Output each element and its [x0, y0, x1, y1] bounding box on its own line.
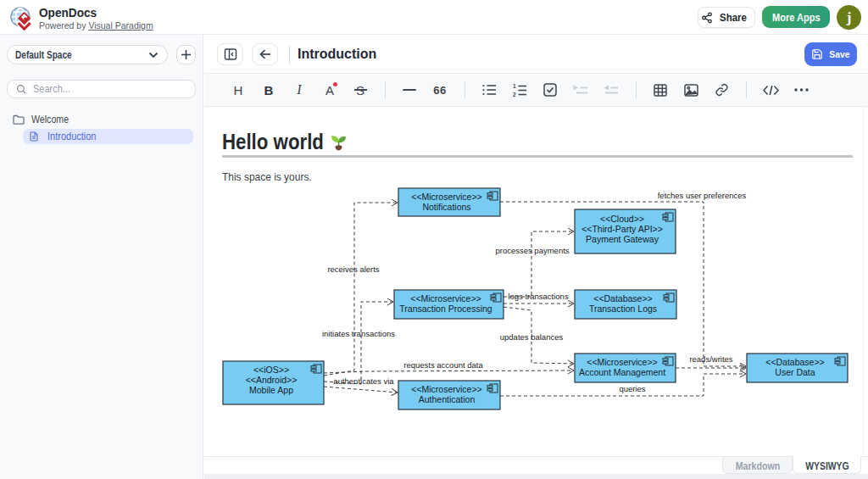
svg-text:initiates transactions: initiates transactions: [322, 329, 395, 338]
svg-text:requests account data: requests account data: [403, 360, 483, 370]
svg-text:<<Cloud>>: <<Cloud>>: [600, 214, 644, 224]
svg-text:updates balances: updates balances: [500, 332, 564, 342]
svg-text:<<Third-Party API>>: <<Third-Party API>>: [581, 224, 663, 234]
svg-text:Transaction Processing: Transaction Processing: [399, 304, 492, 314]
svg-text:Account Management: Account Management: [579, 367, 665, 377]
svg-text:<<Microservice>>: <<Microservice>>: [587, 357, 657, 367]
svg-text:queries: queries: [619, 384, 645, 393]
svg-text:authenticates via: authenticates via: [333, 376, 394, 386]
svg-text:User Data: User Data: [775, 367, 815, 377]
svg-text:<<Microservice>>: <<Microservice>>: [411, 192, 481, 202]
svg-text:receives alerts: receives alerts: [327, 265, 379, 274]
svg-text:<<Database>>: <<Database>>: [593, 293, 652, 304]
svg-text:2: 2: [513, 91, 516, 97]
svg-text:Mobile App: Mobile App: [249, 385, 293, 395]
svg-text:1: 1: [513, 84, 516, 89]
svg-text:<<Android>>: <<Android>>: [246, 375, 298, 385]
svg-text:<<Database>>: <<Database>>: [765, 357, 824, 367]
svg-text:Notifications: Notifications: [422, 202, 470, 212]
svg-text:Authentication: Authentication: [419, 394, 476, 404]
svg-text:processes payments: processes payments: [495, 246, 569, 255]
svg-text:<<Microservice>>: <<Microservice>>: [411, 384, 481, 394]
svg-text:<<iOS>>: <<iOS>>: [253, 365, 289, 375]
svg-text:fetches user preferences: fetches user preferences: [658, 191, 747, 200]
svg-text:Transaction Logs: Transaction Logs: [589, 304, 657, 314]
svg-text:reads/writes: reads/writes: [689, 354, 732, 364]
svg-text:logs transactions: logs transactions: [508, 292, 569, 301]
svg-text:Payment Gateway: Payment Gateway: [586, 234, 659, 244]
svg-text:<<Microservice>>: <<Microservice>>: [410, 293, 481, 304]
